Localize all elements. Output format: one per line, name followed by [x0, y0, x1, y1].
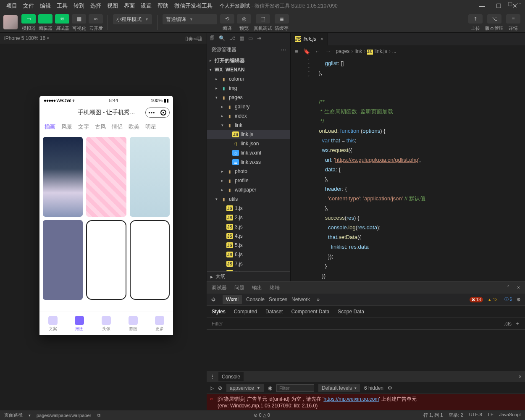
more-icon[interactable]: ⋯ [281, 47, 286, 53]
style-tab[interactable]: Styles [212, 309, 226, 315]
wallpaper-tile[interactable] [130, 137, 170, 217]
tree-section[interactable]: ▾WX_WENAN [207, 65, 290, 74]
style-tab[interactable]: Scope Data [338, 309, 364, 315]
capsule-button[interactable]: ••• [145, 108, 170, 118]
tabbar-item[interactable]: 头像 [102, 316, 111, 332]
清缓存-button[interactable]: ≣ [275, 14, 289, 24]
close-icon[interactable]: × [517, 285, 520, 291]
预览-button[interactable]: ◎ [237, 14, 251, 24]
devtools-tab[interactable]: 调试器 [212, 284, 227, 291]
style-tab[interactable]: Computed [234, 309, 257, 315]
tabbar-item[interactable]: 套图 [129, 316, 138, 332]
tree-node[interactable]: JS6.js [207, 250, 290, 259]
tree-node[interactable]: JS8.js [207, 268, 290, 271]
tree-node[interactable]: ▸▮gallery [207, 102, 290, 111]
console-toggle-icon[interactable]: ⋮ [210, 374, 215, 380]
inspect-icon[interactable]: ⯐ [211, 297, 216, 302]
outline-section[interactable]: ▸大纲 [207, 271, 290, 281]
chevron-up-icon[interactable]: ˄ [507, 285, 509, 291]
menu-item[interactable]: 选择 [87, 3, 104, 9]
copy-icon[interactable]: ⧉ [97, 412, 100, 418]
search-icon[interactable]: 🔍 [219, 35, 225, 41]
tree-node[interactable]: JS7.js [207, 259, 290, 268]
tree-section[interactable]: ▸打开的编辑器 [207, 56, 290, 65]
menu-item[interactable]: 设置 [138, 3, 155, 9]
tree-node[interactable]: ▸▮wallpaper [207, 185, 290, 194]
close-icon[interactable]: × [519, 374, 522, 380]
tree-node[interactable]: JS4.js [207, 231, 290, 241]
tabbar-item[interactable]: 潮图 [75, 316, 84, 332]
nav-fwd-icon[interactable]: → [326, 48, 331, 55]
list-icon[interactable]: ≡ [295, 48, 298, 55]
tree-node[interactable]: ▸▮img [207, 84, 290, 93]
style-tab[interactable]: Dataset [265, 309, 283, 315]
window-maximize-icon[interactable]: ☐ [494, 2, 504, 10]
user-avatar[interactable] [3, 15, 18, 29]
device-action-icon[interactable]: ◅ [193, 35, 197, 42]
gear-icon[interactable]: ⚙ [517, 297, 521, 302]
tree-node[interactable]: {}link.json [207, 139, 290, 148]
wallpaper-tile[interactable] [43, 137, 83, 217]
tree-node[interactable]: JS2.js [207, 213, 290, 222]
more-icon[interactable]: ⋯ [517, 1, 522, 7]
调试器-button[interactable]: ≋ [55, 14, 69, 24]
device-action-icon[interactable]: ▯ [185, 35, 188, 42]
编辑器-button[interactable] [38, 14, 52, 24]
devtools-panel-tab[interactable]: Console [246, 297, 265, 302]
console-tab[interactable]: Console [218, 372, 244, 381]
真机调试-button[interactable]: ⬚ [256, 14, 270, 24]
tree-node[interactable]: JS1.js [207, 204, 290, 213]
status-item[interactable]: JavaScript [499, 412, 521, 418]
menu-item[interactable]: 帮助 [155, 3, 171, 9]
编译-button[interactable]: ⟲ [220, 14, 234, 24]
tree-node[interactable]: ▾▮link [207, 121, 290, 130]
add-style-icon[interactable]: ＋ [515, 320, 520, 327]
devtools-panel-tab[interactable]: Network [291, 297, 310, 302]
模拟器-button[interactable]: ▭ [21, 14, 36, 24]
devtools-tab[interactable]: 输出 [252, 284, 262, 291]
style-tab[interactable]: Component Data [291, 309, 329, 315]
tree-node[interactable]: ▸▮colorui [207, 74, 290, 84]
context-select[interactable]: appservice ▼ [226, 384, 264, 392]
status-item[interactable]: 行 1, 列 1 [423, 412, 443, 418]
explorer-icon[interactable]: 🗐 [210, 35, 215, 41]
wallpaper-tile[interactable] [86, 137, 126, 217]
tree-node[interactable]: JS5.js [207, 241, 290, 250]
tree-node[interactable]: JS3.js [207, 222, 290, 231]
device-label[interactable]: iPhone 5 100% 16 [4, 35, 45, 41]
tree-node[interactable]: JSlink.js [207, 130, 290, 139]
tree-node[interactable]: ▾▮pages [207, 93, 290, 102]
menu-item[interactable]: 工具 [54, 3, 71, 9]
console-filter-input[interactable] [276, 384, 314, 392]
console-clear-icon[interactable]: ⊘ [218, 385, 222, 391]
category-tabs[interactable]: 插画风景文字古风情侣欧美明星 [39, 120, 173, 134]
cls-toggle[interactable]: .cls [504, 321, 512, 327]
wallpaper-tile[interactable] [86, 220, 126, 300]
filter-input[interactable]: Filter [212, 321, 223, 327]
云开发-button[interactable]: ∞ [89, 14, 103, 24]
menu-item[interactable]: 项目 [3, 3, 20, 9]
wallpaper-tile[interactable] [130, 220, 170, 300]
menu-item[interactable]: 界面 [121, 3, 138, 9]
版本管理-button[interactable]: ⌥ [487, 14, 501, 24]
menu-item[interactable]: 文件 [20, 3, 37, 9]
menu-item[interactable]: 转到 [71, 3, 87, 9]
eye-icon[interactable]: ◉ [268, 385, 272, 391]
mode-select[interactable]: 小程序模式▼ [113, 14, 152, 24]
close-icon[interactable]: × [320, 36, 323, 42]
panel-icon[interactable]: ▭ [248, 35, 253, 41]
status-item[interactable]: LF [488, 412, 494, 418]
device-action-icon[interactable]: ⿻ [197, 35, 202, 42]
tree-node[interactable]: ▸▮profile [207, 176, 290, 185]
可视化-button[interactable]: ▦ [72, 14, 86, 24]
menu-item[interactable]: 视图 [104, 3, 121, 9]
diagnostics[interactable]: ⊘ 0 △ 0 [254, 412, 270, 417]
status-item[interactable]: 空格: 2 [449, 412, 463, 418]
levels-select[interactable]: Default levels ▾ [318, 384, 360, 392]
compile-select[interactable]: 普通编译▼ [163, 14, 217, 24]
branch-icon[interactable]: ⎇ [229, 35, 235, 41]
console-play-icon[interactable]: ▷ [210, 385, 214, 391]
tree-node[interactable]: ▸▮index [207, 111, 290, 121]
devtools-panel-tab[interactable]: Sources [269, 297, 287, 302]
tabbar-item[interactable]: 更多 [155, 316, 164, 332]
